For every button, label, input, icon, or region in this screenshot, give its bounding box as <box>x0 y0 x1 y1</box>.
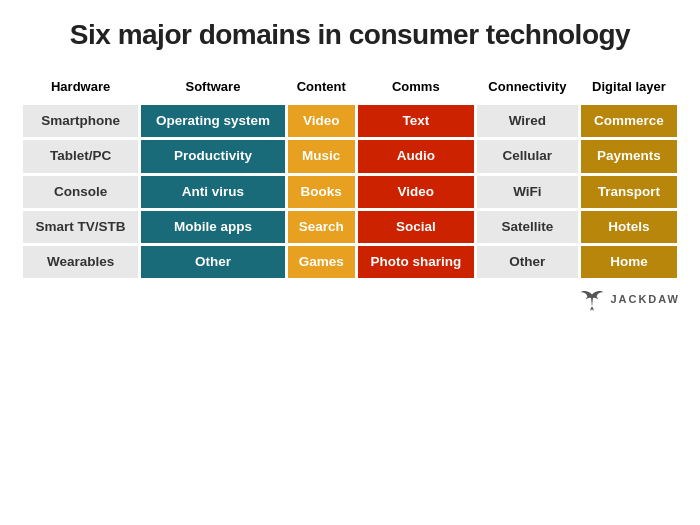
brand-label: JACKDAW <box>610 293 680 305</box>
table-row: ConsoleAnti virusBooksVideoWiFiTransport <box>23 176 677 208</box>
cell-digital-1: Payments <box>581 140 677 172</box>
cell-connectivity-4: Other <box>477 246 578 278</box>
jackdaw-bird-icon <box>578 287 606 311</box>
cell-digital-2: Transport <box>581 176 677 208</box>
header-digital: Digital layer <box>581 71 677 103</box>
header-hardware: Hardware <box>23 71 138 103</box>
table-row: Smart TV/STBMobile appsSearchSocialSatel… <box>23 211 677 243</box>
cell-comms-2: Video <box>358 176 474 208</box>
cell-hardware-2: Console <box>23 176 138 208</box>
cell-comms-3: Social <box>358 211 474 243</box>
cell-connectivity-2: WiFi <box>477 176 578 208</box>
table-row: WearablesOtherGamesPhoto sharingOtherHom… <box>23 246 677 278</box>
cell-comms-0: Text <box>358 105 474 137</box>
domains-table: HardwareSoftwareContentCommsConnectivity… <box>20 68 680 282</box>
cell-content-2: Books <box>288 176 355 208</box>
cell-content-3: Search <box>288 211 355 243</box>
cell-software-1: Productivity <box>141 140 284 172</box>
table-header-row: HardwareSoftwareContentCommsConnectivity… <box>23 71 677 103</box>
main-table-wrapper: HardwareSoftwareContentCommsConnectivity… <box>20 68 680 282</box>
cell-software-4: Other <box>141 246 284 278</box>
table-body: SmartphoneOperating systemVideoTextWired… <box>23 105 677 278</box>
cell-hardware-0: Smartphone <box>23 105 138 137</box>
header-connectivity: Connectivity <box>477 71 578 103</box>
cell-digital-4: Home <box>581 246 677 278</box>
cell-connectivity-0: Wired <box>477 105 578 137</box>
cell-content-0: Video <box>288 105 355 137</box>
cell-comms-4: Photo sharing <box>358 246 474 278</box>
header-content: Content <box>288 71 355 103</box>
table-row: SmartphoneOperating systemVideoTextWired… <box>23 105 677 137</box>
header-comms: Comms <box>358 71 474 103</box>
cell-connectivity-1: Cellular <box>477 140 578 172</box>
cell-connectivity-3: Satellite <box>477 211 578 243</box>
cell-content-1: Music <box>288 140 355 172</box>
cell-software-0: Operating system <box>141 105 284 137</box>
cell-software-3: Mobile apps <box>141 211 284 243</box>
footer: JACKDAW <box>20 287 680 311</box>
cell-hardware-3: Smart TV/STB <box>23 211 138 243</box>
cell-comms-1: Audio <box>358 140 474 172</box>
cell-software-2: Anti virus <box>141 176 284 208</box>
cell-digital-3: Hotels <box>581 211 677 243</box>
cell-digital-0: Commerce <box>581 105 677 137</box>
page-title: Six major domains in consumer technology <box>70 18 630 52</box>
cell-hardware-4: Wearables <box>23 246 138 278</box>
cell-hardware-1: Tablet/PC <box>23 140 138 172</box>
table-row: Tablet/PCProductivityMusicAudioCellularP… <box>23 140 677 172</box>
header-software: Software <box>141 71 284 103</box>
jackdaw-logo: JACKDAW <box>578 287 680 311</box>
cell-content-4: Games <box>288 246 355 278</box>
